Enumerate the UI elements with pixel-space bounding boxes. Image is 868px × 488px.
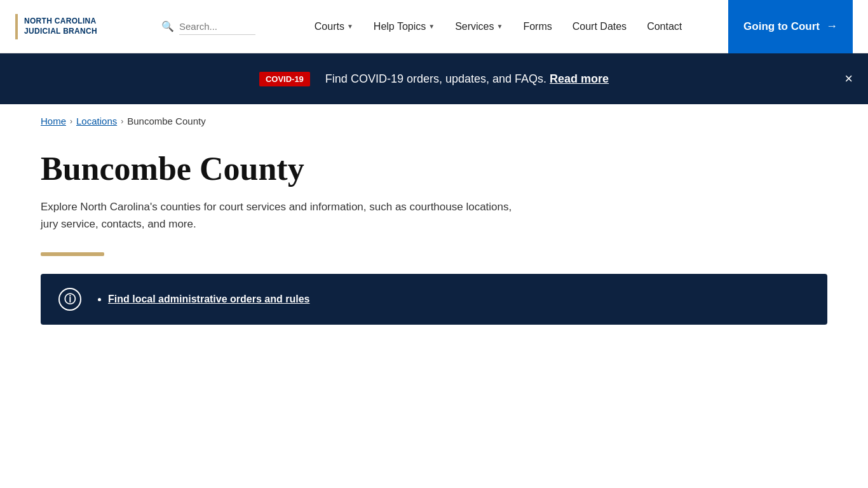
chevron-down-icon: ▼ — [347, 23, 353, 30]
header: NORTH CAROLINA JUDICIAL BRANCH 🔍 Courts … — [0, 0, 868, 53]
admin-orders-link[interactable]: Find local administrative orders and rul… — [108, 294, 309, 304]
breadcrumb-sep-1: › — [70, 117, 72, 126]
nav-courts-label: Courts — [315, 21, 344, 32]
breadcrumb-home-link[interactable]: Home — [41, 116, 66, 126]
nav-forms-label: Forms — [523, 21, 552, 32]
breadcrumb-sep-2: › — [121, 117, 123, 126]
nav-forms[interactable]: Forms — [514, 16, 560, 37]
going-to-court-button[interactable]: Going to Court → — [728, 0, 853, 53]
chevron-down-icon: ▼ — [497, 23, 503, 30]
search-input[interactable] — [179, 18, 255, 35]
info-box: ⓘ Find local administrative orders and r… — [41, 274, 827, 325]
nav-court-dates-label: Court Dates — [573, 21, 627, 32]
main-content: Buncombe County Explore North Carolina's… — [0, 138, 868, 350]
breadcrumb-locations-link[interactable]: Locations — [76, 116, 117, 126]
going-to-court-label: Going to Court — [743, 20, 820, 33]
close-icon[interactable]: × — [844, 72, 853, 86]
logo-area: NORTH CAROLINA JUDICIAL BRANCH — [15, 14, 155, 39]
nav-courts[interactable]: Courts ▼ — [306, 16, 362, 37]
nav-help-topics-label: Help Topics — [374, 21, 426, 32]
page-title: Buncombe County — [41, 151, 827, 187]
search-icon[interactable]: 🔍 — [161, 20, 174, 32]
logo-bar-accent — [15, 14, 18, 39]
info-icon: ⓘ — [58, 288, 81, 311]
nav-contact-label: Contact — [647, 21, 682, 32]
chevron-down-icon: ▼ — [428, 23, 435, 30]
breadcrumb-current: Buncombe County — [127, 116, 205, 126]
logo-line1: NORTH CAROLINA — [24, 17, 97, 25]
breadcrumb: Home › Locations › Buncombe County — [0, 104, 868, 138]
covid-banner: COVID-19 Find COVID-19 orders, updates, … — [0, 53, 868, 104]
covid-badge: COVID-19 — [259, 72, 310, 86]
logo-line2: JUDICIAL BRANCH — [24, 27, 97, 36]
covid-read-more-link[interactable]: Read more — [550, 72, 609, 85]
arrow-right-icon: → — [826, 20, 837, 33]
search-area: 🔍 — [161, 18, 255, 35]
covid-message: Find COVID-19 orders, updates, and FAQs. — [325, 72, 546, 85]
page-description: Explore North Carolina's counties for co… — [41, 198, 524, 233]
nav-help-topics[interactable]: Help Topics ▼ — [365, 16, 444, 37]
nav-services-label: Services — [455, 21, 494, 32]
site-logo[interactable]: NORTH CAROLINA JUDICIAL BRANCH — [24, 17, 97, 36]
covid-text: Find COVID-19 orders, updates, and FAQs.… — [325, 72, 609, 86]
nav-services[interactable]: Services ▼ — [446, 16, 512, 37]
nav-court-dates[interactable]: Court Dates — [564, 16, 635, 37]
nav-contact[interactable]: Contact — [638, 16, 691, 37]
gold-divider — [41, 252, 104, 256]
info-content: Find local administrative orders and rul… — [97, 294, 309, 305]
main-nav: Courts ▼ Help Topics ▼ Services ▼ Forms … — [268, 16, 728, 37]
